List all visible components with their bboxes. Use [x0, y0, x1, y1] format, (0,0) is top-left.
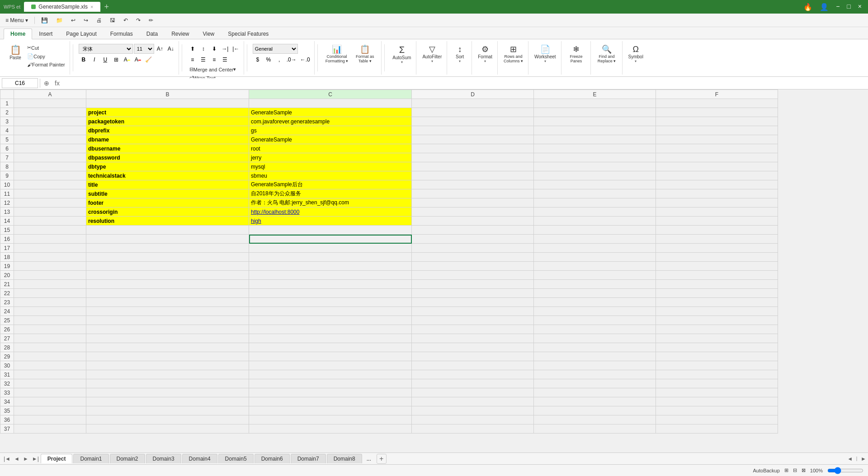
cell-B34[interactable] [86, 397, 249, 406]
cell-B26[interactable] [86, 325, 249, 334]
autosum-btn[interactable]: Σ AutoSum ▾ [390, 44, 413, 66]
cell-C31[interactable] [249, 370, 412, 379]
cell-F5[interactable] [656, 135, 778, 144]
sheet-tab-project[interactable]: Project [41, 454, 73, 463]
cell-F33[interactable] [656, 388, 778, 397]
cell-B37[interactable] [86, 424, 249, 434]
scroll-left-btn[interactable]: ◄ [847, 456, 853, 462]
comma-btn[interactable]: , [274, 55, 284, 65]
view-normal-btn[interactable]: ⊞ [784, 467, 788, 473]
cell-D5[interactable] [412, 135, 534, 144]
cell-C18[interactable] [249, 253, 412, 262]
cell-E28[interactable] [534, 343, 656, 352]
cell-A7[interactable] [14, 153, 86, 162]
cell-C19[interactable] [249, 262, 412, 271]
cell-F10[interactable] [656, 180, 778, 189]
cell-D11[interactable] [412, 189, 534, 198]
cell-F9[interactable] [656, 171, 778, 180]
cell-C13[interactable]: http://localhost:8000 [249, 207, 412, 217]
cell-E36[interactable] [534, 415, 656, 424]
cell-D12[interactable] [412, 198, 534, 207]
cell-E27[interactable] [534, 334, 656, 343]
cell-D13[interactable] [412, 207, 534, 217]
cell-A1[interactable] [14, 99, 86, 108]
cell-A3[interactable] [14, 117, 86, 126]
cell-F4[interactable] [656, 126, 778, 135]
cell-F22[interactable] [656, 289, 778, 298]
cell-E13[interactable] [534, 207, 656, 217]
cell-C27[interactable] [249, 334, 412, 343]
cell-D24[interactable] [412, 307, 534, 316]
cell-F19[interactable] [656, 262, 778, 271]
cell-F30[interactable] [656, 361, 778, 370]
cell-A9[interactable] [14, 171, 86, 180]
menu-redo-btn[interactable]: ↪ [80, 15, 92, 25]
cell-F14[interactable] [656, 217, 778, 226]
cell-A31[interactable] [14, 370, 86, 379]
cell-D17[interactable] [412, 244, 534, 253]
cell-A25[interactable] [14, 316, 86, 325]
cell-B29[interactable] [86, 352, 249, 361]
sheet-tab-domain6[interactable]: Domain6 [255, 454, 290, 463]
cell-C36[interactable] [249, 415, 412, 424]
cell-A16[interactable] [14, 235, 86, 244]
cell-C6[interactable]: root [249, 144, 412, 153]
cell-A17[interactable] [14, 244, 86, 253]
currency-btn[interactable]: $ [253, 55, 263, 65]
merge-center-btn[interactable]: ⊟ Merge and Center ▾ [188, 66, 238, 73]
cell-B5[interactable]: dbname [86, 135, 249, 144]
cell-A35[interactable] [14, 406, 86, 415]
cell-E14[interactable] [534, 217, 656, 226]
cell-B32[interactable] [86, 379, 249, 388]
close-window-btn[interactable]: × [855, 2, 864, 12]
sheet-nav-next[interactable]: ► [21, 455, 30, 463]
sheet-nav-first[interactable]: |◄ [2, 455, 12, 463]
align-mid-btn[interactable]: ↕ [198, 44, 208, 54]
menu-print-btn[interactable]: 🖨 [93, 15, 105, 25]
cell-F11[interactable] [656, 189, 778, 198]
maximize-window-btn[interactable]: □ [844, 2, 853, 12]
cell-C29[interactable] [249, 352, 412, 361]
menu-open-btn[interactable]: 📁 [52, 15, 66, 25]
close-tab-btn[interactable]: × [90, 4, 93, 9]
cell-E15[interactable] [534, 226, 656, 235]
cell-D1[interactable] [412, 99, 534, 108]
cell-D33[interactable] [412, 388, 534, 397]
align-center-btn[interactable]: ☰ [198, 55, 208, 65]
cell-E20[interactable] [534, 271, 656, 280]
bold-btn[interactable]: B [79, 55, 89, 65]
cell-F2[interactable] [656, 108, 778, 117]
conditional-formatting-btn[interactable]: 📊 ConditionalFormatting ▾ [323, 44, 351, 65]
tab-home[interactable]: Home [4, 28, 32, 39]
profile-icon[interactable]: 👤 [817, 2, 831, 12]
cell-D37[interactable] [412, 424, 534, 434]
cell-B20[interactable] [86, 271, 249, 280]
cell-C21[interactable] [249, 280, 412, 289]
cell-C8[interactable]: mysql [249, 162, 412, 171]
cell-D29[interactable] [412, 352, 534, 361]
format-btn[interactable]: ⚙ Format ▾ [476, 44, 495, 65]
cell-F16[interactable] [656, 235, 778, 244]
cell-B21[interactable] [86, 280, 249, 289]
cell-B33[interactable] [86, 388, 249, 397]
sheet-tab-add[interactable]: + [377, 454, 387, 464]
cell-B19[interactable] [86, 262, 249, 271]
cell-F1[interactable] [656, 99, 778, 108]
cell-C10[interactable]: GenerateSample后台 [249, 180, 412, 189]
cell-A6[interactable] [14, 144, 86, 153]
menu-redo2-btn[interactable]: ↷ [132, 15, 144, 25]
format-painter-btn[interactable]: 🖌 Format Painter [25, 61, 67, 68]
cell-D8[interactable] [412, 162, 534, 171]
view-page-btn[interactable]: ⊠ [802, 467, 806, 473]
cell-A27[interactable] [14, 334, 86, 343]
align-left-btn[interactable]: ≡ [188, 55, 198, 65]
cell-E2[interactable] [534, 108, 656, 117]
cell-F15[interactable] [656, 226, 778, 235]
cell-D32[interactable] [412, 379, 534, 388]
cell-A19[interactable] [14, 262, 86, 271]
cell-D9[interactable] [412, 171, 534, 180]
sheet-tab-domain1[interactable]: Domain1 [73, 454, 108, 463]
cell-E30[interactable] [534, 361, 656, 370]
cell-A12[interactable] [14, 198, 86, 207]
tab-special-features[interactable]: Special Features [221, 28, 275, 39]
